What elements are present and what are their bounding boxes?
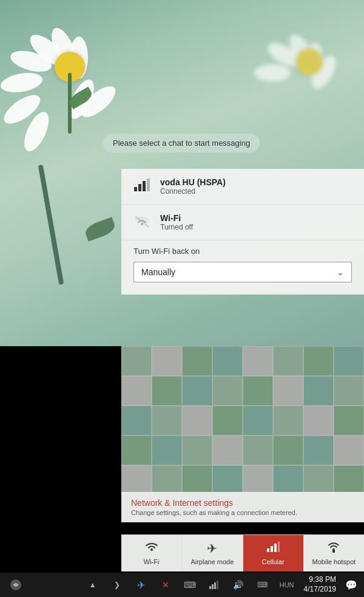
net-settings-section: Network & Internet settings Change setti… <box>121 492 364 522</box>
show-hidden-icons[interactable]: ▲ <box>82 574 104 596</box>
tile-cell <box>303 346 334 376</box>
tile-grid <box>121 346 364 495</box>
tile-cell <box>121 346 152 376</box>
tile-cell <box>303 376 334 406</box>
tile-cell <box>334 435 364 465</box>
tile-cell <box>273 435 303 465</box>
tile-cell <box>121 465 152 495</box>
keyboard-icon[interactable]: ⌨ <box>179 574 201 596</box>
svg-rect-13 <box>212 584 214 589</box>
network-flyout: voda HU (HSPA) Connected Wi-Fi Turned of… <box>121 169 364 295</box>
quick-actions-bar: Wi-Fi ✈ Airplane mode Cellular Mobile ho… <box>121 534 364 571</box>
wifi-off-icon <box>133 214 152 230</box>
cellular-quick-label: Cellular <box>261 558 284 565</box>
wifi-quick-icon <box>145 542 158 556</box>
black-panel <box>0 346 121 597</box>
tile-cell <box>182 346 212 376</box>
tile-cell <box>121 376 152 406</box>
daisy-right <box>279 18 352 115</box>
airplane-quick-action[interactable]: ✈ Airplane mode <box>182 535 243 571</box>
svg-rect-5 <box>267 548 269 552</box>
svg-rect-3 <box>147 179 150 191</box>
tile-cell <box>334 346 364 376</box>
svg-rect-1 <box>138 184 141 191</box>
svg-rect-8 <box>278 542 280 552</box>
close-tray-icon[interactable]: ✕ <box>155 574 177 596</box>
taskbar-date: 4/17/2019 <box>304 585 336 595</box>
stem-decoration <box>38 165 64 285</box>
wifi-info: Wi-Fi Turned off <box>160 213 193 231</box>
chat-bubble-text: Please select a chat to start messaging <box>113 138 250 148</box>
cellular-network-item[interactable]: voda HU (HSPA) Connected <box>121 169 364 205</box>
daisy-left <box>30 12 127 134</box>
language-indicator[interactable]: HUN <box>276 574 298 596</box>
telegram-tray-icon[interactable]: ✈ <box>130 574 152 596</box>
wifi-timer-dropdown[interactable]: Manually ⌄ <box>133 262 352 282</box>
tile-cell <box>334 406 364 435</box>
svg-rect-15 <box>217 581 218 589</box>
tile-cell <box>212 376 243 406</box>
airplane-quick-icon: ✈ <box>207 541 217 556</box>
cellular-quick-action[interactable]: Cellular <box>243 535 304 571</box>
tiles-area <box>121 346 364 495</box>
tile-cell <box>303 435 334 465</box>
tile-cell <box>243 346 273 376</box>
tile-cell <box>212 346 243 376</box>
tile-cell <box>152 435 182 465</box>
cellular-network-info: voda HU (HSPA) Connected <box>160 177 226 196</box>
tile-cell <box>273 376 303 406</box>
taskbar-time: 9:38 PM <box>304 575 336 585</box>
net-settings-link[interactable]: Network & Internet settings <box>131 498 354 508</box>
wifi-quick-label: Wi-Fi <box>144 558 160 565</box>
tile-cell <box>303 465 334 495</box>
hotspot-quick-action[interactable]: Mobile hotspot <box>304 535 364 571</box>
cellular-signal-icon <box>133 179 152 195</box>
tile-cell <box>334 376 364 406</box>
tile-cell <box>243 406 273 435</box>
cellular-name: voda HU (HSPA) <box>160 177 226 187</box>
wifi-quick-action[interactable]: Wi-Fi <box>121 535 182 571</box>
tile-cell <box>243 376 273 406</box>
tile-cell <box>182 435 212 465</box>
taskbar-clock[interactable]: 9:38 PM 4/17/2019 <box>300 575 340 594</box>
airplane-quick-label: Airplane mode <box>190 558 234 565</box>
tile-cell <box>182 406 212 435</box>
hotspot-quick-icon <box>327 542 340 556</box>
tile-cell <box>152 376 182 406</box>
leaf-decoration <box>83 217 117 242</box>
net-settings-description: Change settings, such as making a connec… <box>131 509 354 516</box>
action-center-button[interactable]: 💬 <box>342 574 360 596</box>
tile-cell <box>212 435 243 465</box>
tile-cell <box>152 346 182 376</box>
taskbar-expand[interactable]: ❯ <box>106 574 128 596</box>
svg-rect-0 <box>134 187 137 191</box>
signal-tray-icon[interactable] <box>203 574 225 596</box>
tile-cell <box>273 406 303 435</box>
dropdown-selected-value: Manually <box>141 267 175 277</box>
start-button[interactable] <box>5 574 27 596</box>
tile-cell <box>303 406 334 435</box>
tile-cell <box>182 376 212 406</box>
volume-tray-icon[interactable]: 🔊 <box>228 574 249 596</box>
chat-bubble: Please select a chat to start messaging <box>103 134 260 152</box>
tile-cell <box>121 406 152 435</box>
tile-cell <box>212 406 243 435</box>
hotspot-quick-label: Mobile hotspot <box>312 558 356 565</box>
wifi-status: Turned off <box>160 223 193 231</box>
tile-cell <box>273 346 303 376</box>
chevron-down-icon: ⌄ <box>337 267 344 277</box>
tile-cell <box>243 465 273 495</box>
tile-cell <box>334 465 364 495</box>
svg-rect-14 <box>214 582 216 589</box>
ime-tray-icon[interactable]: ⌨ <box>252 574 274 596</box>
tile-cell <box>212 465 243 495</box>
tile-cell <box>182 465 212 495</box>
taskbar: ▲ ❯ ✈ ✕ ⌨ 🔊 ⌨ HUN 9:38 PM 4/17/2019 <box>0 573 364 597</box>
cellular-status: Connected <box>160 187 226 196</box>
svg-rect-12 <box>209 586 211 589</box>
tile-cell <box>152 406 182 435</box>
taskbar-left <box>0 574 32 596</box>
tile-cell <box>273 465 303 495</box>
tile-cell <box>243 435 273 465</box>
turn-wifi-label: Turn Wi-Fi back on <box>121 241 364 259</box>
